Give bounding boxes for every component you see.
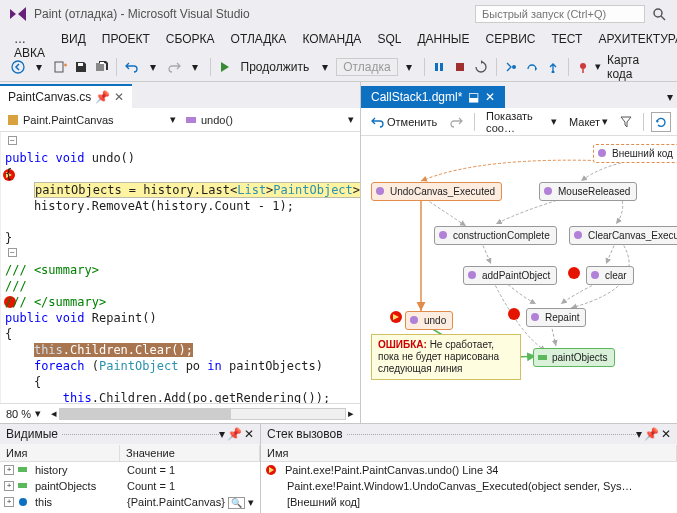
node-repaint[interactable]: Repaint bbox=[526, 308, 586, 327]
menu-item[interactable]: ДАННЫЕ bbox=[411, 30, 475, 50]
current-frame-icon bbox=[265, 464, 277, 476]
restart-icon[interactable] bbox=[472, 57, 491, 77]
menu-item[interactable]: СЕРВИС bbox=[479, 30, 541, 50]
step-into-icon[interactable] bbox=[502, 57, 521, 77]
pin-icon[interactable]: ⬓ bbox=[468, 90, 479, 104]
save-all-icon[interactable] bbox=[92, 57, 111, 77]
class-navigator[interactable]: Paint.PaintCanvas ▾ bbox=[2, 112, 180, 128]
undo-button[interactable]: Отменить bbox=[367, 113, 441, 131]
node-addpaintobject[interactable]: addPaintObject bbox=[463, 266, 557, 285]
menu-item[interactable]: ВИД bbox=[55, 30, 92, 50]
menu-item[interactable]: …АВКА bbox=[8, 30, 51, 50]
locals-row[interactable]: +paintObjectsCount = 1 bbox=[0, 478, 260, 494]
current-frame-icon bbox=[389, 310, 403, 324]
locals-row[interactable]: +historyCount = 1 bbox=[0, 462, 260, 478]
scroll-left-icon[interactable]: ◂ bbox=[51, 407, 57, 420]
callstack-row[interactable]: Paint.exe!Paint.Window1.UndoCanvas_Execu… bbox=[261, 478, 677, 494]
dropdown-icon[interactable]: ▾ bbox=[29, 57, 48, 77]
node-undocanvas-executed[interactable]: UndoCanvas_Executed bbox=[371, 182, 502, 201]
node-clear[interactable]: clear bbox=[586, 266, 634, 285]
expand-icon[interactable]: + bbox=[4, 465, 14, 475]
close-icon[interactable]: ✕ bbox=[244, 427, 254, 441]
new-file-icon[interactable] bbox=[50, 57, 69, 77]
dropdown-icon[interactable]: ▾ bbox=[219, 427, 225, 441]
graph-canvas[interactable]: Внешний код UndoCanvas_Executed MouseRel… bbox=[361, 136, 677, 423]
menu-item[interactable]: СБОРКА bbox=[160, 30, 221, 50]
menu-item[interactable]: ПРОЕКТ bbox=[96, 30, 156, 50]
pin-icon[interactable]: 📌 bbox=[227, 427, 242, 441]
quick-launch-input[interactable] bbox=[475, 5, 645, 23]
refresh-icon[interactable] bbox=[651, 112, 671, 132]
column-name[interactable]: Имя bbox=[261, 445, 677, 461]
node-mousereleased[interactable]: MouseReleased bbox=[539, 182, 637, 201]
callstack-row[interactable]: Paint.exe!Paint.PaintCanvas.undo() Line … bbox=[261, 462, 677, 478]
save-icon[interactable] bbox=[71, 57, 90, 77]
node-constructioncomplete[interactable]: constructionComplete bbox=[434, 226, 557, 245]
menu-item[interactable]: SQL bbox=[371, 30, 407, 50]
undo-icon[interactable] bbox=[122, 57, 141, 77]
svg-rect-24 bbox=[538, 355, 547, 360]
layout-button[interactable]: Макет ▾ bbox=[565, 113, 612, 130]
editor-tab[interactable]: PaintCanvas.cs 📌 ✕ bbox=[0, 84, 132, 108]
pause-icon[interactable] bbox=[430, 57, 449, 77]
method-icon bbox=[597, 148, 608, 159]
close-icon[interactable]: ✕ bbox=[661, 427, 671, 441]
dropdown-icon[interactable]: ▾ bbox=[315, 57, 334, 77]
step-over-icon[interactable] bbox=[523, 57, 542, 77]
breakpoint-dot-icon[interactable] bbox=[508, 308, 520, 320]
scroll-right-icon[interactable]: ▸ bbox=[348, 407, 354, 420]
method-icon bbox=[573, 230, 584, 241]
codemap-button[interactable]: Карта кода bbox=[603, 53, 669, 81]
redo-icon[interactable] bbox=[164, 57, 183, 77]
step-out-icon[interactable] bbox=[544, 57, 563, 77]
dropdown-icon[interactable]: ▾ bbox=[636, 427, 642, 441]
node-undo[interactable]: undo bbox=[405, 311, 453, 330]
graph-tab[interactable]: CallStack1.dgml* ⬓ ✕ bbox=[361, 86, 505, 108]
horizontal-scrollbar[interactable] bbox=[59, 408, 346, 420]
column-name[interactable]: Имя bbox=[0, 445, 120, 461]
node-paintobjects[interactable]: paintObjects bbox=[533, 348, 615, 367]
svg-rect-6 bbox=[435, 63, 438, 71]
show-related-button[interactable]: Показать соо… ▾ bbox=[482, 108, 561, 136]
node-external-code[interactable]: Внешний код bbox=[593, 144, 677, 163]
svg-point-28 bbox=[19, 498, 27, 506]
stop-icon[interactable] bbox=[451, 57, 470, 77]
menu-item[interactable]: ОТЛАДКА bbox=[225, 30, 293, 50]
menu-item[interactable]: КОМАНДА bbox=[296, 30, 367, 50]
continue-button[interactable]: Продолжить bbox=[237, 60, 314, 74]
filter-icon[interactable] bbox=[616, 114, 636, 130]
back-button[interactable] bbox=[8, 57, 27, 77]
method-navigator[interactable]: undo() ▾ bbox=[180, 112, 358, 128]
continue-icon[interactable] bbox=[215, 57, 234, 77]
close-icon[interactable]: ✕ bbox=[485, 90, 495, 104]
menu-item[interactable]: ТЕСТ bbox=[545, 30, 588, 50]
dropdown-icon[interactable]: ▾ bbox=[143, 57, 162, 77]
locals-row[interactable]: +this{Paint.PaintCanvas} 🔍 ▾ bbox=[0, 494, 260, 510]
node-clearcanvas-executed[interactable]: ClearCanvas_Executed bbox=[569, 226, 677, 245]
field-icon bbox=[537, 352, 548, 363]
code-editor[interactable]: public void undo() { paintObjects = hist… bbox=[1, 132, 360, 403]
menu-item[interactable]: АРХИТЕКТУРА bbox=[592, 30, 677, 50]
svg-rect-26 bbox=[18, 467, 27, 472]
pin-icon[interactable]: 📌 bbox=[95, 90, 110, 104]
codemap-pin-icon[interactable] bbox=[574, 57, 593, 77]
breakpoint-dot-icon[interactable] bbox=[568, 267, 580, 279]
redo-icon[interactable] bbox=[445, 113, 467, 131]
expand-icon[interactable]: + bbox=[4, 481, 14, 491]
dropdown-icon[interactable]: ▾ bbox=[663, 86, 677, 108]
column-value[interactable]: Значение bbox=[120, 445, 260, 461]
dropdown-icon[interactable]: ▾ bbox=[595, 60, 601, 73]
config-dropdown[interactable]: Отладка bbox=[336, 58, 397, 76]
error-tooltip: ОШИБКА: ОШИБКА: Не сработает, пока не бу… bbox=[371, 334, 521, 380]
method-icon bbox=[543, 186, 554, 197]
callstack-row[interactable]: [Внешний код] bbox=[261, 494, 677, 510]
pin-icon[interactable]: 📌 bbox=[644, 427, 659, 441]
close-icon[interactable]: ✕ bbox=[114, 90, 124, 104]
dropdown-icon[interactable]: ▾ bbox=[35, 407, 41, 420]
search-icon[interactable] bbox=[649, 4, 669, 24]
expand-icon[interactable]: + bbox=[4, 497, 14, 507]
dropdown-icon[interactable]: ▾ bbox=[185, 57, 204, 77]
svg-point-23 bbox=[531, 313, 539, 321]
zoom-level[interactable]: 80 % bbox=[6, 408, 31, 420]
dropdown-icon[interactable]: ▾ bbox=[400, 57, 419, 77]
